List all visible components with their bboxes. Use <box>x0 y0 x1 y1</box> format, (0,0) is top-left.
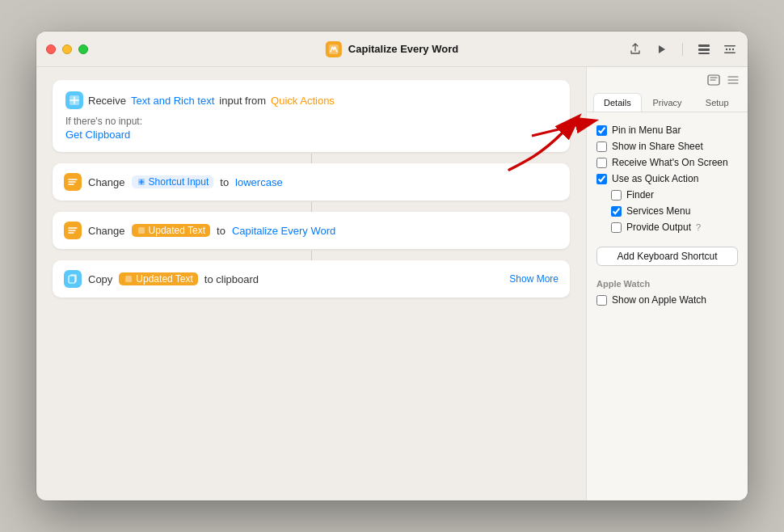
change-lowercase-card: Change Shortcut Input to lowercase <box>53 163 570 201</box>
svg-rect-11 <box>138 227 145 234</box>
shortcut-input-token[interactable]: Shortcut Input <box>132 175 214 188</box>
show-apple-watch-label: Show on Apple Watch <box>612 294 706 306</box>
provide-output-help[interactable]: ? <box>696 222 701 232</box>
menu-button[interactable] <box>722 41 738 57</box>
add-keyboard-shortcut-btn[interactable]: Add Keyboard Shortcut <box>596 247 738 266</box>
to-label-2: to <box>217 225 226 237</box>
play-button[interactable] <box>653 41 669 57</box>
change-label-2: Change <box>88 225 125 237</box>
svg-rect-1 <box>698 44 710 47</box>
title-area: Capitalize Every Word <box>326 41 458 57</box>
services-menu-row: Services Menu <box>611 203 738 219</box>
finder-label: Finder <box>626 189 654 201</box>
main-content: Receive Text and Rich text input from Qu… <box>36 67 748 500</box>
right-panel: Details Privacy Setup Pin in Menu Bar Sh… <box>586 67 748 500</box>
panel-icon-1[interactable] <box>707 74 720 87</box>
svg-rect-8 <box>724 52 736 53</box>
tab-setup[interactable]: Setup <box>693 93 741 112</box>
show-share-sheet-row: Show in Share Sheet <box>596 138 738 154</box>
svg-rect-2 <box>698 49 710 51</box>
capitalize-link[interactable]: Capitalize Every Word <box>232 225 335 237</box>
traffic-lights <box>46 44 88 54</box>
svg-point-6 <box>732 48 734 49</box>
connector-3 <box>311 251 312 260</box>
services-menu-label: Services Menu <box>626 205 690 217</box>
app-icon <box>326 41 342 57</box>
show-apple-watch-checkbox[interactable] <box>596 295 607 306</box>
apple-watch-label: Apple Watch <box>596 279 738 289</box>
show-share-sheet-checkbox[interactable] <box>596 141 607 152</box>
copy-icon <box>64 270 82 288</box>
services-menu-checkbox[interactable] <box>611 206 622 217</box>
provide-output-label: Provide Output <box>626 222 691 233</box>
provide-output-checkbox[interactable] <box>611 222 622 233</box>
finder-row: Finder <box>611 187 738 203</box>
pin-menu-bar-label: Pin in Menu Bar <box>612 125 681 136</box>
maximize-button[interactable] <box>78 44 88 54</box>
svg-point-5 <box>729 48 731 49</box>
show-apple-watch-row: Show on Apple Watch <box>596 292 738 308</box>
to-label-1: to <box>220 176 229 188</box>
receive-label: Receive <box>88 95 126 107</box>
minimize-button[interactable] <box>62 44 72 54</box>
receive-screen-row: Receive What's On Screen <box>596 154 738 171</box>
change-icon-2 <box>64 222 82 239</box>
copy-label: Copy <box>88 273 112 285</box>
change-capitalize-card: Change Updated Text to Capitalize Every … <box>53 212 570 249</box>
updated-text-token-2[interactable]: Updated Text <box>119 272 198 285</box>
source-link[interactable]: Quick Actions <box>271 95 335 107</box>
receive-icon <box>65 91 83 109</box>
receive-card: Receive Text and Rich text input from Qu… <box>53 80 570 152</box>
workflow-panel: Receive Text and Rich text input from Qu… <box>36 67 586 500</box>
tab-bar: Details Privacy Setup <box>587 87 748 112</box>
apple-watch-section: Apple Watch Show on Apple Watch <box>596 279 738 308</box>
use-quick-action-label: Use as Quick Action <box>612 173 698 184</box>
lowercase-link[interactable]: lowercase <box>235 176 283 188</box>
change-icon-1 <box>64 173 82 191</box>
right-panel-header <box>587 67 748 87</box>
details-content: Pin in Menu Bar Show in Share Sheet Rece… <box>587 112 748 318</box>
svg-rect-13 <box>125 276 132 282</box>
change-label-1: Change <box>88 176 125 188</box>
show-share-sheet-label: Show in Share Sheet <box>612 141 703 152</box>
share-button[interactable] <box>627 41 643 57</box>
updated-text-icon-1 <box>137 226 146 235</box>
pin-menu-bar-row: Pin in Menu Bar <box>596 122 738 138</box>
updated-text-label-2: Updated Text <box>136 273 193 285</box>
shortcut-input-label: Shortcut Input <box>149 176 209 188</box>
svg-point-4 <box>726 48 727 49</box>
pin-menu-bar-checkbox[interactable] <box>596 125 607 136</box>
provide-output-row: Provide Output ? <box>611 219 738 235</box>
finder-checkbox[interactable] <box>611 190 622 201</box>
connector-2 <box>311 202 312 212</box>
title-bar: Capitalize Every Word <box>36 32 748 67</box>
close-button[interactable] <box>46 44 56 54</box>
window-title: Capitalize Every Word <box>348 43 458 55</box>
use-quick-action-checkbox[interactable] <box>596 174 607 184</box>
title-bar-actions <box>627 41 738 57</box>
connector-1 <box>311 154 312 163</box>
library-button[interactable] <box>696 41 712 57</box>
updated-text-label-1: Updated Text <box>149 225 206 236</box>
updated-text-icon-2 <box>124 274 133 284</box>
get-clipboard-link[interactable]: Get Clipboard <box>65 129 557 141</box>
receive-screen-checkbox[interactable] <box>596 158 607 168</box>
tab-details[interactable]: Details <box>593 93 642 112</box>
no-input-label: If there's no input: <box>65 116 557 127</box>
svg-rect-12 <box>69 276 75 283</box>
copy-card: Copy Updated Text to clipboard Show More <box>53 260 570 298</box>
use-quick-action-row: Use as Quick Action <box>596 171 738 187</box>
shortcut-icon <box>137 177 146 187</box>
to-clipboard-label: to clipboard <box>204 273 259 285</box>
input-type-link[interactable]: Text and Rich text <box>131 95 214 107</box>
svg-rect-3 <box>698 53 710 54</box>
from-label: input from <box>219 95 266 107</box>
main-window: Capitalize Every Word <box>36 32 748 500</box>
tab-privacy[interactable]: Privacy <box>643 93 692 112</box>
svg-rect-7 <box>724 45 736 47</box>
panel-icon-2[interactable] <box>727 74 740 87</box>
main-options-group: Pin in Menu Bar Show in Share Sheet Rece… <box>596 122 738 235</box>
updated-text-token-1[interactable]: Updated Text <box>132 224 211 237</box>
show-more-btn[interactable]: Show More <box>509 273 558 285</box>
receive-screen-label: Receive What's On Screen <box>612 157 728 168</box>
